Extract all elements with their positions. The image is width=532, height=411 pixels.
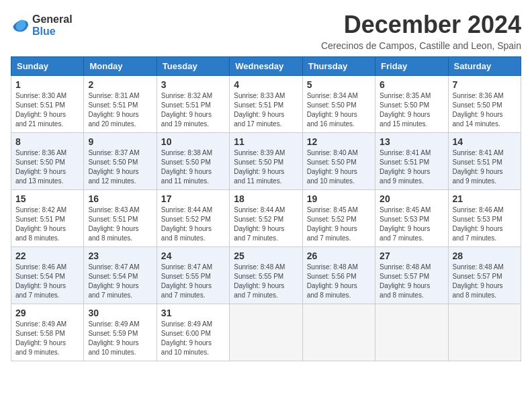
- day-info: Sunrise: 8:41 AMSunset: 5:51 PMDaylight:…: [453, 149, 504, 185]
- day-info: Sunrise: 8:48 AMSunset: 5:57 PMDaylight:…: [380, 263, 431, 299]
- day-info: Sunrise: 8:44 AMSunset: 5:52 PMDaylight:…: [234, 206, 285, 242]
- calendar-day-5: 5Sunrise: 8:34 AMSunset: 5:50 PMDaylight…: [302, 76, 375, 133]
- header-row: SundayMondayTuesdayWednesdayThursdayFrid…: [11, 57, 521, 76]
- calendar-cell: 8Sunrise: 8:36 AMSunset: 5:50 PMDaylight…: [11, 133, 84, 190]
- calendar-cell: [448, 304, 521, 361]
- calendar-cell: 23Sunrise: 8:47 AMSunset: 5:54 PMDayligh…: [84, 247, 157, 304]
- day-number: 6: [380, 79, 443, 90]
- calendar-day-6: 6Sunrise: 8:35 AMSunset: 5:50 PMDaylight…: [375, 76, 448, 133]
- day-number: 13: [380, 136, 443, 147]
- day-info: Sunrise: 8:42 AMSunset: 5:51 PMDaylight:…: [15, 206, 66, 242]
- day-info: Sunrise: 8:37 AMSunset: 5:50 PMDaylight:…: [88, 149, 139, 185]
- calendar-cell: 30Sunrise: 8:49 AMSunset: 5:59 PMDayligh…: [84, 304, 157, 361]
- col-header-tuesday: Tuesday: [157, 57, 229, 76]
- day-info: Sunrise: 8:40 AMSunset: 5:50 PMDaylight:…: [307, 149, 358, 185]
- day-info: Sunrise: 8:49 AMSunset: 6:00 PMDaylight:…: [161, 320, 212, 356]
- day-info: Sunrise: 8:45 AMSunset: 5:52 PMDaylight:…: [307, 206, 358, 242]
- day-info: Sunrise: 8:45 AMSunset: 5:53 PMDaylight:…: [380, 206, 431, 242]
- header: General Blue December 2024 Cerecinos de …: [11, 11, 521, 51]
- day-number: 26: [307, 250, 371, 261]
- col-header-wednesday: Wednesday: [230, 57, 302, 76]
- day-number: 27: [380, 250, 443, 261]
- day-info: Sunrise: 8:43 AMSunset: 5:51 PMDaylight:…: [88, 206, 139, 242]
- day-info: Sunrise: 8:32 AMSunset: 5:51 PMDaylight:…: [161, 92, 212, 128]
- calendar-day-1: 1Sunrise: 8:30 AMSunset: 5:51 PMDaylight…: [11, 76, 84, 133]
- day-info: Sunrise: 8:49 AMSunset: 5:58 PMDaylight:…: [15, 320, 66, 356]
- day-info: Sunrise: 8:39 AMSunset: 5:50 PMDaylight:…: [234, 149, 285, 185]
- calendar: SundayMondayTuesdayWednesdayThursdayFrid…: [11, 56, 521, 361]
- calendar-day-7: 7Sunrise: 8:36 AMSunset: 5:50 PMDaylight…: [448, 76, 521, 133]
- day-number: 9: [88, 136, 152, 147]
- title-area: December 2024 Cerecinos de Campos, Casti…: [321, 11, 521, 51]
- calendar-cell: 9Sunrise: 8:37 AMSunset: 5:50 PMDaylight…: [84, 133, 157, 190]
- day-info: Sunrise: 8:41 AMSunset: 5:51 PMDaylight:…: [380, 149, 431, 185]
- day-number: 30: [88, 308, 152, 318]
- col-header-saturday: Saturday: [448, 57, 521, 76]
- day-info: Sunrise: 8:48 AMSunset: 5:57 PMDaylight:…: [453, 263, 504, 299]
- calendar-cell: 26Sunrise: 8:48 AMSunset: 5:56 PMDayligh…: [302, 247, 375, 304]
- day-number: 15: [15, 193, 79, 204]
- day-info: Sunrise: 8:49 AMSunset: 5:59 PMDaylight:…: [88, 320, 139, 356]
- calendar-week-5: 29Sunrise: 8:49 AMSunset: 5:58 PMDayligh…: [11, 304, 521, 361]
- col-header-friday: Friday: [375, 57, 448, 76]
- calendar-cell: 28Sunrise: 8:48 AMSunset: 5:57 PMDayligh…: [448, 247, 521, 304]
- day-info: Sunrise: 8:33 AMSunset: 5:51 PMDaylight:…: [234, 92, 285, 128]
- day-number: 31: [161, 308, 225, 318]
- calendar-cell: 13Sunrise: 8:41 AMSunset: 5:51 PMDayligh…: [375, 133, 448, 190]
- calendar-cell: 18Sunrise: 8:44 AMSunset: 5:52 PMDayligh…: [230, 190, 302, 247]
- calendar-week-2: 8Sunrise: 8:36 AMSunset: 5:50 PMDaylight…: [11, 133, 521, 190]
- calendar-cell: 20Sunrise: 8:45 AMSunset: 5:53 PMDayligh…: [375, 190, 448, 247]
- day-info: Sunrise: 8:46 AMSunset: 5:53 PMDaylight:…: [453, 206, 504, 242]
- calendar-cell: 24Sunrise: 8:47 AMSunset: 5:55 PMDayligh…: [157, 247, 229, 304]
- logo-blue: Blue: [32, 26, 73, 38]
- day-number: 8: [15, 136, 79, 147]
- calendar-cell: [230, 304, 302, 361]
- calendar-cell: 21Sunrise: 8:46 AMSunset: 5:53 PMDayligh…: [448, 190, 521, 247]
- day-number: 17: [161, 193, 225, 204]
- day-info: Sunrise: 8:36 AMSunset: 5:50 PMDaylight:…: [15, 149, 66, 185]
- day-number: 5: [307, 79, 371, 90]
- day-number: 28: [453, 250, 517, 261]
- day-number: 22: [15, 250, 79, 261]
- calendar-cell: 14Sunrise: 8:41 AMSunset: 5:51 PMDayligh…: [448, 133, 521, 190]
- col-header-monday: Monday: [84, 57, 157, 76]
- logo-text: General Blue: [32, 13, 73, 37]
- logo-icon: [11, 16, 30, 35]
- day-number: 11: [234, 136, 298, 147]
- day-number: 4: [234, 79, 298, 90]
- day-number: 10: [161, 136, 225, 147]
- calendar-cell: 31Sunrise: 8:49 AMSunset: 6:00 PMDayligh…: [157, 304, 229, 361]
- calendar-cell: 12Sunrise: 8:40 AMSunset: 5:50 PMDayligh…: [302, 133, 375, 190]
- day-number: 29: [15, 308, 79, 318]
- calendar-cell: [302, 304, 375, 361]
- day-number: 25: [234, 250, 298, 261]
- day-number: 12: [307, 136, 371, 147]
- calendar-cell: [375, 304, 448, 361]
- calendar-week-4: 22Sunrise: 8:46 AMSunset: 5:54 PMDayligh…: [11, 247, 521, 304]
- calendar-cell: 19Sunrise: 8:45 AMSunset: 5:52 PMDayligh…: [302, 190, 375, 247]
- day-info: Sunrise: 8:46 AMSunset: 5:54 PMDaylight:…: [15, 263, 66, 299]
- calendar-cell: 10Sunrise: 8:38 AMSunset: 5:50 PMDayligh…: [157, 133, 229, 190]
- day-number: 21: [453, 193, 517, 204]
- calendar-cell: 25Sunrise: 8:48 AMSunset: 5:55 PMDayligh…: [230, 247, 302, 304]
- day-number: 14: [453, 136, 517, 147]
- calendar-cell: 15Sunrise: 8:42 AMSunset: 5:51 PMDayligh…: [11, 190, 84, 247]
- day-info: Sunrise: 8:30 AMSunset: 5:51 PMDaylight:…: [15, 92, 66, 128]
- day-info: Sunrise: 8:35 AMSunset: 5:50 PMDaylight:…: [380, 92, 431, 128]
- day-number: 16: [88, 193, 152, 204]
- day-number: 18: [234, 193, 298, 204]
- day-number: 19: [307, 193, 371, 204]
- day-info: Sunrise: 8:48 AMSunset: 5:56 PMDaylight:…: [307, 263, 358, 299]
- day-info: Sunrise: 8:44 AMSunset: 5:52 PMDaylight:…: [161, 206, 212, 242]
- day-number: 24: [161, 250, 225, 261]
- day-number: 20: [380, 193, 443, 204]
- calendar-cell: 27Sunrise: 8:48 AMSunset: 5:57 PMDayligh…: [375, 247, 448, 304]
- calendar-cell: 16Sunrise: 8:43 AMSunset: 5:51 PMDayligh…: [84, 190, 157, 247]
- calendar-week-1: 1Sunrise: 8:30 AMSunset: 5:51 PMDaylight…: [11, 76, 521, 133]
- calendar-cell: 17Sunrise: 8:44 AMSunset: 5:52 PMDayligh…: [157, 190, 229, 247]
- calendar-day-4: 4Sunrise: 8:33 AMSunset: 5:51 PMDaylight…: [230, 76, 302, 133]
- calendar-week-3: 15Sunrise: 8:42 AMSunset: 5:51 PMDayligh…: [11, 190, 521, 247]
- col-header-sunday: Sunday: [11, 57, 84, 76]
- calendar-cell: 22Sunrise: 8:46 AMSunset: 5:54 PMDayligh…: [11, 247, 84, 304]
- day-info: Sunrise: 8:38 AMSunset: 5:50 PMDaylight:…: [161, 149, 212, 185]
